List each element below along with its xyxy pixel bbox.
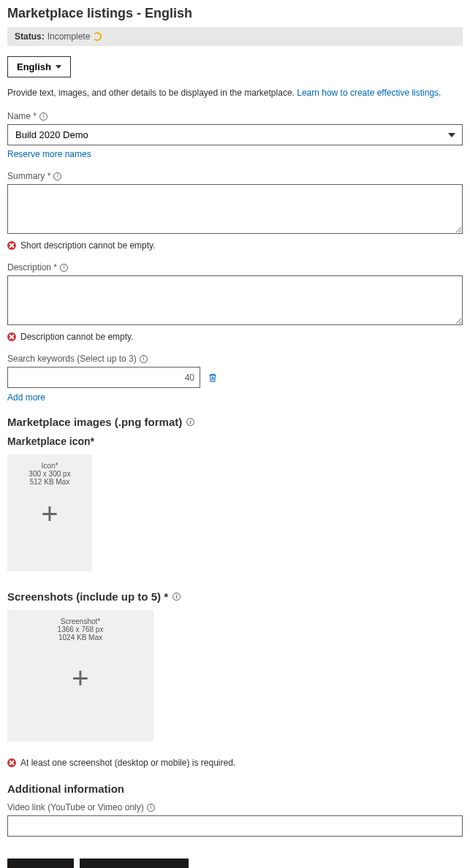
info-icon[interactable]: i [186, 418, 194, 426]
info-icon[interactable]: i [53, 172, 61, 180]
summary-input[interactable] [7, 184, 463, 234]
video-link-input[interactable] [7, 815, 463, 837]
screenshot-upload[interactable]: Screenshot* 1366 x 768 px 1024 KB Max + [7, 610, 153, 742]
error-icon [7, 332, 16, 341]
info-icon[interactable]: i [173, 593, 181, 601]
summary-label: Summary * i [7, 171, 463, 181]
summary-error: Short description cannot be empty. [7, 240, 463, 251]
upload-label: Screenshot* [61, 617, 100, 625]
info-icon[interactable]: i [60, 264, 68, 272]
plus-icon: + [72, 663, 88, 693]
status-bar: Status: Incomplete [7, 27, 463, 46]
description-input[interactable] [7, 275, 463, 325]
upload-size: 1366 x 768 px [58, 625, 104, 633]
page-title: Marketplace listings - English [7, 0, 463, 27]
save-draft-button[interactable]: Save draft [7, 859, 74, 868]
language-dropdown[interactable]: English [7, 56, 71, 77]
chevron-down-icon [56, 65, 61, 69]
language-label: English [17, 61, 51, 72]
info-icon[interactable]: i [140, 355, 148, 363]
marketplace-icon-title: Marketplace icon* [7, 435, 463, 447]
images-section-title: Marketplace images (.png format) i [7, 416, 463, 428]
footer-actions: Save draft Review and publish [0, 851, 470, 868]
screenshots-title: Screenshots (include up to 5) * i [7, 590, 463, 603]
status-value: Incomplete [48, 31, 91, 42]
screenshot-error: At least one screenshot (desktop or mobi… [7, 758, 463, 768]
upload-label: Icon* [42, 462, 58, 470]
trash-icon [208, 373, 218, 383]
name-select[interactable] [7, 124, 463, 145]
delete-keyword-button[interactable] [208, 373, 218, 383]
additional-info-title: Additional information [7, 783, 463, 795]
plus-icon: + [41, 499, 58, 528]
info-icon[interactable]: i [39, 113, 48, 121]
upload-size: 300 x 300 px [29, 470, 70, 478]
status-pending-icon [93, 32, 102, 41]
helper-link[interactable]: Learn how to create effective listings. [297, 88, 441, 98]
upload-max: 512 KB Max [30, 478, 69, 486]
upload-max: 1024 KB Max [58, 633, 102, 642]
description-label: Description * i [7, 262, 463, 273]
add-keyword-link[interactable]: Add more [7, 392, 45, 403]
video-link-label: Video link (YouTube or Vimeo only) i [7, 802, 463, 812]
error-icon [7, 758, 16, 767]
error-icon [7, 241, 16, 250]
keyword-input[interactable] [7, 367, 200, 388]
keywords-label: Search keywords (Select up to 3) i [7, 354, 463, 364]
helper-text: Provide text, images, and other details … [7, 88, 463, 98]
icon-upload[interactable]: Icon* 300 x 300 px 512 KB Max + [7, 454, 92, 571]
keyword-char-count: 40 [185, 373, 194, 383]
description-error: Description cannot be empty. [7, 332, 463, 342]
review-publish-button[interactable]: Review and publish [80, 859, 189, 868]
info-icon[interactable]: i [147, 804, 155, 812]
reserve-names-link[interactable]: Reserve more names [7, 149, 91, 159]
name-label: Name * i [7, 111, 463, 121]
status-label: Status: [15, 31, 45, 42]
